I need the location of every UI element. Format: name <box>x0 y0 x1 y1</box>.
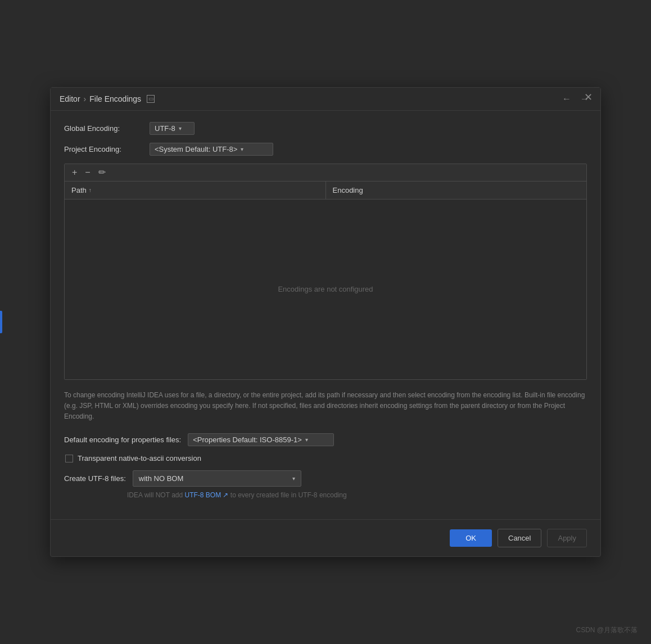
utf8-files-dropdown[interactable]: with NO BOM ▾ <box>133 470 301 487</box>
dialog-footer: OK Cancel Apply <box>51 519 600 556</box>
empty-message: Encodings are not configured <box>278 285 373 293</box>
title-bar: Editor › File Encodings ▭ ← → ✕ <box>51 88 600 111</box>
properties-encoding-row: Default encoding for properties files: <… <box>64 433 587 446</box>
add-button[interactable]: + <box>70 167 79 178</box>
project-encoding-row: Project Encoding: <System Default: UTF-8… <box>64 143 587 156</box>
edit-button[interactable]: ✏ <box>97 167 107 178</box>
hint-text: IDEA will NOT add UTF-8 BOM ↗ to every c… <box>127 491 587 499</box>
transparent-conversion-label: Transparent native-to-ascii conversion <box>78 454 201 462</box>
breadcrumb-separator: › <box>84 94 87 103</box>
info-text: To change encoding IntelliJ IDEA uses fo… <box>64 390 587 423</box>
nav-back-button[interactable]: ← <box>560 93 573 105</box>
global-encoding-dropdown[interactable]: UTF-8 ▾ <box>150 122 195 135</box>
path-column-header[interactable]: Path ↑ <box>65 182 326 199</box>
transparent-conversion-row: Transparent native-to-ascii conversion <box>65 454 587 462</box>
breadcrumb-current: File Encodings <box>89 94 141 103</box>
project-encoding-value: <System Default: UTF-8> <box>155 145 237 153</box>
properties-encoding-dropdown[interactable]: <Properties Default: ISO-8859-1> ▾ <box>188 433 334 446</box>
table-toolbar: + − ✏ <box>65 164 586 182</box>
sort-arrow-icon: ↑ <box>89 187 92 193</box>
table-body: Encodings are not configured <box>65 199 586 379</box>
global-encoding-row: Global Encoding: UTF-8 ▾ <box>64 122 587 135</box>
utf8-files-arrow: ▾ <box>292 475 295 482</box>
hint-before: IDEA will NOT add <box>127 491 184 499</box>
apply-button[interactable]: Apply <box>547 529 587 547</box>
ok-button[interactable]: OK <box>450 529 492 547</box>
breadcrumb-editor[interactable]: Editor <box>60 94 80 103</box>
project-encoding-arrow: ▾ <box>241 146 243 152</box>
hint-after: to every created file in UTF-8 encoding <box>228 491 346 499</box>
window-icon: ▭ <box>147 95 155 103</box>
table-header: Path ↑ Encoding <box>65 182 586 199</box>
global-encoding-arrow: ▾ <box>179 125 182 131</box>
remove-button[interactable]: − <box>83 167 92 178</box>
utf8-files-label: Create UTF-8 files: <box>64 474 126 483</box>
encoding-header-label: Encoding <box>333 186 363 194</box>
utf8-files-row: Create UTF-8 files: with NO BOM ▾ <box>64 470 587 487</box>
global-encoding-value: UTF-8 <box>155 124 175 133</box>
project-encoding-label: Project Encoding: <box>64 145 143 153</box>
properties-encoding-value: <Properties Default: ISO-8859-1> <box>193 436 302 444</box>
transparent-conversion-checkbox[interactable] <box>65 455 73 462</box>
watermark: CSDN @月落歌不落 <box>576 625 638 635</box>
utf8-bom-link[interactable]: UTF-8 BOM ↗ <box>184 491 228 499</box>
project-encoding-dropdown[interactable]: <System Default: UTF-8> ▾ <box>150 143 273 156</box>
close-button[interactable]: ✕ <box>581 91 596 103</box>
cancel-button[interactable]: Cancel <box>498 529 541 547</box>
encoding-column-header: Encoding <box>326 182 587 199</box>
global-encoding-label: Global Encoding: <box>64 124 143 133</box>
path-header-label: Path <box>71 186 87 194</box>
utf8-files-value: with NO BOM <box>139 474 183 483</box>
dialog-content: Global Encoding: UTF-8 ▾ Project Encodin… <box>51 111 600 520</box>
properties-encoding-label: Default encoding for properties files: <box>64 436 181 444</box>
properties-encoding-arrow: ▾ <box>305 437 308 443</box>
encoding-table-container: + − ✏ Path ↑ Encoding Encodings are not … <box>64 164 587 380</box>
